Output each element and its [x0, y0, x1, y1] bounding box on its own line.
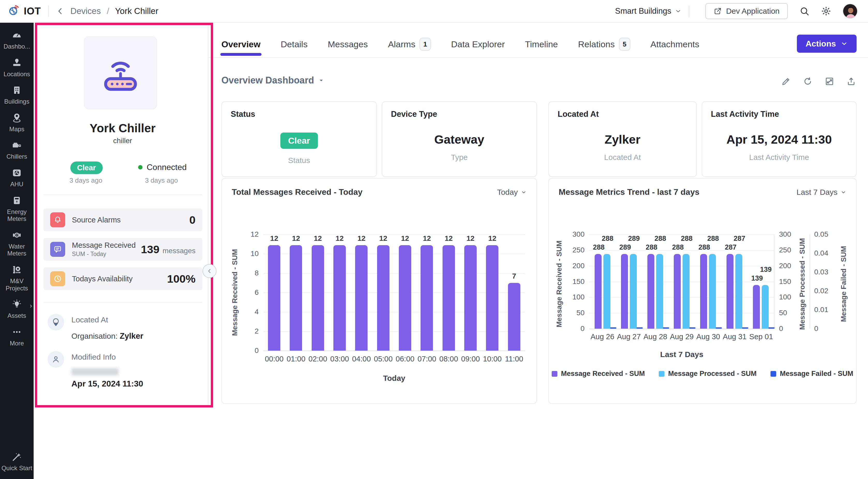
- y-axis-tick: 12: [244, 230, 259, 238]
- export-icon[interactable]: [846, 76, 856, 86]
- processed-bar[interactable]: [735, 254, 742, 329]
- device-stat-row[interactable]: Source Alarms0: [43, 208, 202, 231]
- received-bar[interactable]: [621, 254, 628, 329]
- edit-icon[interactable]: [781, 76, 791, 86]
- bar[interactable]: [377, 245, 390, 351]
- failed-bar[interactable]: [768, 327, 775, 329]
- stat-sublabel: SUM - Today: [72, 251, 136, 258]
- gear-icon[interactable]: [821, 6, 831, 16]
- sidebar-item-quick-start[interactable]: Quick Start: [0, 451, 34, 472]
- legend-item[interactable]: Message Failed - SUM: [771, 370, 853, 378]
- received-bar[interactable]: [726, 254, 734, 329]
- bar[interactable]: [442, 245, 455, 351]
- chart-range-dropdown[interactable]: Last 7 Days: [797, 188, 846, 197]
- dashboard-selector[interactable]: Overview Dashboard: [221, 75, 324, 86]
- tab-overview[interactable]: Overview: [221, 31, 260, 57]
- refresh-icon[interactable]: [803, 76, 813, 86]
- modified-by-redacted: [71, 368, 119, 375]
- search-icon[interactable]: [799, 6, 810, 16]
- y-axis-tick-right1: 150: [779, 277, 795, 286]
- dev-application-button[interactable]: Dev Application: [705, 3, 788, 19]
- y-axis-tick-right2: 0.02: [814, 287, 831, 295]
- received-bar[interactable]: [595, 254, 601, 329]
- expand-icon[interactable]: [825, 76, 834, 86]
- chart-range-dropdown[interactable]: Today: [497, 188, 527, 197]
- y-axis-tick: 8: [244, 269, 259, 277]
- bar[interactable]: [355, 245, 368, 351]
- bar[interactable]: [399, 245, 411, 351]
- processed-bar[interactable]: [762, 285, 769, 329]
- breadcrumb-section[interactable]: Devices: [70, 6, 101, 16]
- y-axis-tick-left: 50: [569, 309, 585, 317]
- bar-group-slot: 288288: [695, 234, 721, 329]
- panel-collapse-button[interactable]: [203, 264, 216, 278]
- sidebar-item-chillers[interactable]: Chillers: [0, 139, 34, 160]
- device-stat-row[interactable]: Todays Availability100%: [43, 267, 202, 290]
- x-axis-tick: Sep 01: [748, 333, 774, 341]
- grouped-bar-chart-plot: 2882882892892882882882882882882872871391…: [589, 234, 774, 329]
- sidebar-item-water-meters[interactable]: Water Meters: [0, 230, 34, 257]
- processed-bar[interactable]: [630, 254, 637, 329]
- connection-label: Connected: [147, 163, 187, 172]
- x-axis-tick: 05:00: [372, 355, 394, 363]
- processed-bar[interactable]: [683, 254, 689, 329]
- bar[interactable]: [464, 245, 477, 351]
- bar[interactable]: [333, 245, 346, 351]
- tab-timeline[interactable]: Timeline: [525, 31, 558, 57]
- bar-slot: 12: [372, 234, 394, 351]
- tab-messages[interactable]: Messages: [328, 31, 368, 57]
- sidebar-item-dashbo-[interactable]: Dashbo...: [0, 29, 34, 50]
- received-bar[interactable]: [700, 254, 707, 329]
- panel-divider-2: [43, 302, 202, 303]
- status-clear-badge: Clear: [280, 133, 318, 149]
- stat-card-device-type: Device TypeGatewayType: [382, 101, 537, 177]
- sidebar-item-locations[interactable]: Locations: [0, 57, 34, 78]
- actions-button[interactable]: Actions: [797, 35, 857, 53]
- bar[interactable]: [268, 245, 280, 351]
- sidebar-item-buildings[interactable]: Buildings: [0, 84, 34, 105]
- sidebar-item-assets[interactable]: Assets›: [0, 299, 34, 319]
- processed-bar[interactable]: [656, 254, 663, 329]
- processed-bar[interactable]: [603, 254, 610, 329]
- bar[interactable]: [486, 245, 498, 351]
- app-logo[interactable]: IOT: [8, 5, 41, 18]
- bar[interactable]: [290, 245, 302, 351]
- tab-alarms[interactable]: Alarms1: [388, 31, 431, 57]
- y-axis-tick-left: 0: [569, 324, 585, 333]
- sidebar-item-ahu[interactable]: AHU: [0, 167, 34, 188]
- tab-label: Attachments: [650, 39, 700, 49]
- sidebar-item-more[interactable]: More: [0, 326, 34, 347]
- processed-bar[interactable]: [709, 254, 716, 329]
- legend-item[interactable]: Message Processed - SUM: [659, 370, 756, 378]
- external-link-icon: [714, 7, 722, 15]
- tab-relations[interactable]: Relations5: [578, 31, 630, 57]
- legend-item[interactable]: Message Received - SUM: [552, 370, 645, 378]
- tab-details[interactable]: Details: [281, 31, 308, 57]
- bar[interactable]: [312, 245, 324, 351]
- bar-pair: [721, 254, 747, 329]
- device-stat-row[interactable]: Message ReceivedSUM - Today139messages: [43, 238, 202, 261]
- x-axis-tick: 07:00: [416, 355, 438, 363]
- stat-card-located-at: Located AtZylkerLocated At: [548, 101, 697, 177]
- main-content: OverviewDetailsMessagesAlarms1Data Explo…: [209, 23, 868, 479]
- tab-label: Details: [281, 39, 308, 49]
- processed-value-label: 288: [707, 234, 719, 243]
- y-axis-tick-right1: 300: [779, 230, 795, 238]
- user-avatar[interactable]: [843, 4, 858, 19]
- maps-icon: [11, 112, 22, 123]
- received-bar[interactable]: [753, 285, 760, 329]
- sidebar-item-m-v-projects[interactable]: M&V Projects: [0, 264, 34, 292]
- sidebar-item-energy-meters[interactable]: Energy Meters: [0, 195, 34, 223]
- card-value: Zylker: [549, 132, 696, 146]
- received-bar[interactable]: [674, 254, 681, 329]
- back-chevron-icon[interactable]: [56, 7, 65, 15]
- bar-value-label: 12: [358, 234, 366, 243]
- received-bar[interactable]: [647, 254, 654, 329]
- tab-data-explorer[interactable]: Data Explorer: [451, 31, 505, 57]
- bar[interactable]: [508, 283, 520, 351]
- buildings-icon: [11, 85, 22, 96]
- bar[interactable]: [421, 245, 433, 351]
- org-selector[interactable]: Smart Buildings: [615, 6, 682, 16]
- sidebar-item-maps[interactable]: Maps: [0, 112, 34, 133]
- tab-attachments[interactable]: Attachments: [650, 31, 700, 57]
